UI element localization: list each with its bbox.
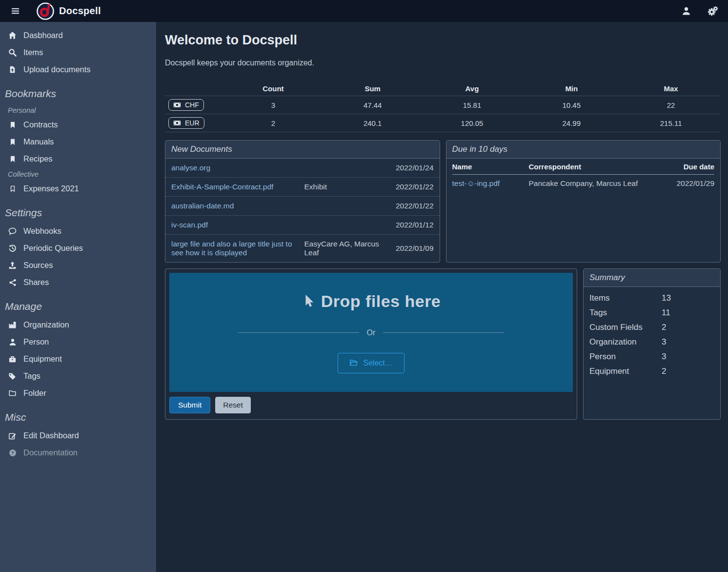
select-label: Select… bbox=[363, 359, 392, 368]
document-row: iv-scan.pdf 2022/01/12 bbox=[165, 216, 440, 235]
sidebar-item-person[interactable]: Person bbox=[0, 333, 156, 350]
document-date: 2022/01/22 bbox=[387, 202, 434, 210]
document-link[interactable]: iv-scan.pdf bbox=[171, 221, 300, 229]
sidebar-item-contracts[interactable]: Contracts bbox=[0, 116, 156, 133]
summary-label: Equipment bbox=[589, 367, 662, 376]
stats-value: 47.44 bbox=[323, 101, 423, 109]
document-link[interactable]: test-☺-ing.pdf bbox=[452, 179, 523, 188]
panel-title: Summary bbox=[584, 269, 720, 287]
panel-title: New Documents bbox=[165, 141, 440, 159]
summary-label: Custom Fields bbox=[589, 323, 662, 332]
dropzone[interactable]: Drop files here Or Select… bbox=[169, 273, 573, 392]
sidebar-item-documentation[interactable]: ? Documentation bbox=[0, 444, 156, 461]
bookmark-icon bbox=[8, 155, 17, 163]
stats-value: 240.1 bbox=[323, 119, 423, 127]
summary-value: 13 bbox=[662, 293, 714, 303]
document-link[interactable]: Exhibit-A-Sample-Contract.pdf bbox=[171, 183, 300, 191]
document-date: 2022/01/22 bbox=[387, 183, 434, 191]
document-date: 2022/01/12 bbox=[387, 221, 434, 229]
person-icon bbox=[8, 338, 17, 346]
stats-value: 22 bbox=[621, 101, 721, 109]
sidebar-item-label: Folder bbox=[23, 388, 46, 398]
sidebar-item-label: Expenses 2021 bbox=[23, 184, 79, 193]
sidebar-item-manuals[interactable]: Manuals bbox=[0, 133, 156, 150]
stats-value: 15.81 bbox=[423, 101, 522, 109]
sidebar-item-organization[interactable]: Organization bbox=[0, 316, 156, 333]
summary-row: Equipment 2 bbox=[589, 364, 714, 379]
sidebar-item-folder[interactable]: Folder bbox=[0, 385, 156, 402]
bookmark-icon bbox=[8, 138, 17, 146]
document-link[interactable]: australian-date.md bbox=[171, 202, 300, 210]
sidebar-item-label: Contracts bbox=[23, 120, 58, 129]
reset-button[interactable]: Reset bbox=[215, 397, 251, 413]
sidebar: Dasbhoard Items Upload documents Bookmar… bbox=[0, 22, 156, 572]
sidebar-item-edit-dashboard[interactable]: Edit Dashboard bbox=[0, 427, 156, 444]
user-menu-button[interactable] bbox=[680, 4, 693, 18]
brand[interactable]: Docspell bbox=[37, 2, 101, 20]
menu-icon bbox=[11, 7, 20, 15]
summary-value: 2 bbox=[662, 323, 714, 332]
upload-card: Drop files here Or Select… bbox=[165, 268, 577, 420]
upload-actions: Submit Reset bbox=[169, 392, 573, 415]
settings-menu-button[interactable] bbox=[706, 4, 720, 18]
stats-row-eur: EUR 2 240.1 120.05 24.99 215.11 bbox=[165, 114, 721, 132]
menu-toggle-button[interactable] bbox=[6, 4, 25, 18]
mouse-pointer-icon bbox=[302, 294, 314, 308]
new-documents-panel: New Documents analyse.org 2022/01/24 Exh… bbox=[165, 140, 440, 263]
document-row: australian-date.md 2022/01/22 bbox=[165, 197, 440, 216]
money-bill-icon bbox=[173, 101, 181, 109]
summary-label: Organization bbox=[589, 337, 662, 347]
sidebar-item-label: Items bbox=[23, 48, 43, 57]
file-upload-icon bbox=[8, 65, 17, 74]
sidebar-item-label: Recipes bbox=[23, 154, 53, 163]
sidebar-item-label: Manuals bbox=[23, 137, 54, 146]
new-documents-list: analyse.org 2022/01/24 Exhibit-A-Sample-… bbox=[165, 159, 440, 262]
sidebar-item-upload-documents[interactable]: Upload documents bbox=[0, 61, 156, 78]
sidebar-item-label: Edit Dashboard bbox=[23, 431, 79, 440]
stats-value: 2 bbox=[223, 119, 323, 127]
currency-label: CHF bbox=[185, 101, 199, 109]
document-correspondent: Pancake Company, Marcus Leaf bbox=[529, 179, 653, 188]
due-header: Due date bbox=[658, 163, 714, 171]
sidebar-item-expenses-2021[interactable]: Expenses 2021 bbox=[0, 180, 156, 197]
svg-text:?: ? bbox=[11, 450, 14, 455]
summary-row: Items 13 bbox=[589, 291, 714, 306]
sidebar-item-items[interactable]: Items bbox=[0, 44, 156, 61]
due-header: Name bbox=[452, 163, 523, 171]
folder-open-icon bbox=[349, 359, 358, 367]
docspell-logo bbox=[37, 2, 54, 20]
summary-row: Custom Fields 2 bbox=[589, 320, 714, 335]
document-row: analyse.org 2022/01/24 bbox=[165, 159, 440, 178]
sidebar-item-periodic-queries[interactable]: Periodic Queries bbox=[0, 240, 156, 257]
sidebar-item-label: Person bbox=[23, 337, 49, 347]
stats-header: Max bbox=[621, 84, 721, 93]
sidebar-item-dashboard[interactable]: Dasbhoard bbox=[0, 27, 156, 44]
select-files-button[interactable]: Select… bbox=[338, 353, 404, 373]
document-link[interactable]: analyse.org bbox=[171, 163, 300, 172]
history-icon bbox=[8, 244, 17, 252]
document-link[interactable]: large file and also a large title just t… bbox=[171, 240, 300, 257]
drop-title: Drop files here bbox=[302, 292, 441, 311]
or-divider: Or bbox=[238, 328, 505, 337]
sidebar-item-label: Tags bbox=[23, 371, 40, 381]
due-table: Name Correspondent Due date test-☺-ing.p… bbox=[446, 159, 721, 262]
main-content: Welcome to Docspell Docspell keeps your … bbox=[156, 22, 728, 572]
sidebar-item-tags[interactable]: Tags bbox=[0, 368, 156, 385]
sidebar-section-manage: Manage bbox=[0, 291, 156, 316]
sidebar-item-sources[interactable]: Sources bbox=[0, 257, 156, 274]
search-icon bbox=[8, 48, 17, 57]
summary-row: Tags 11 bbox=[589, 306, 714, 320]
summary-panel: Summary Items 13 Tags 11 Custom Fields 2 bbox=[583, 268, 721, 420]
summary-value: 3 bbox=[662, 352, 714, 362]
stats-value: 215.11 bbox=[621, 119, 721, 127]
sidebar-item-webhooks[interactable]: Webhooks bbox=[0, 223, 156, 240]
sidebar-item-label: Periodic Queries bbox=[23, 244, 83, 253]
sidebar-item-shares[interactable]: Shares bbox=[0, 274, 156, 291]
sidebar-item-label: Dasbhoard bbox=[23, 31, 63, 40]
due-panel: Due in 10 days Name Correspondent Due da… bbox=[446, 140, 721, 263]
sidebar-item-equipment[interactable]: Equipment bbox=[0, 350, 156, 368]
bookmark-icon bbox=[8, 121, 17, 129]
summary-row: Organization 3 bbox=[589, 335, 714, 349]
sidebar-item-recipes[interactable]: Recipes bbox=[0, 150, 156, 167]
submit-button[interactable]: Submit bbox=[169, 397, 210, 413]
